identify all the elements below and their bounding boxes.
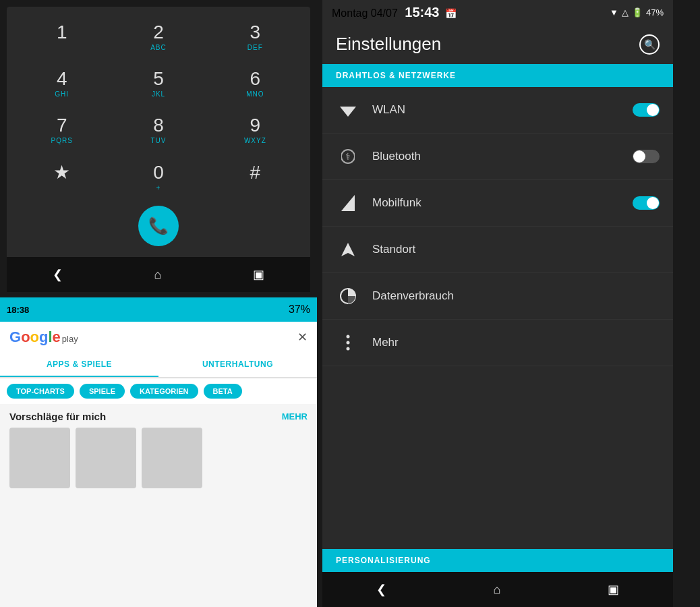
bluetooth-toggle[interactable] bbox=[633, 150, 660, 163]
search-button[interactable]: 🔍 bbox=[639, 34, 660, 55]
gplay-header: Google play ✕ bbox=[0, 322, 317, 353]
datenverbrauch-icon bbox=[336, 284, 360, 308]
dial-letters: PQRS bbox=[51, 137, 72, 145]
settings-item-datenverbrauch[interactable]: Datenverbrauch bbox=[322, 273, 673, 320]
dial-key-6[interactable]: 7PQRS bbox=[13, 107, 110, 153]
logo-o2: o bbox=[30, 328, 39, 346]
mehr-icon bbox=[336, 330, 360, 355]
dial-digit: 8 bbox=[153, 115, 164, 136]
app-thumb-1[interactable] bbox=[9, 428, 70, 488]
dial-digit: 5 bbox=[153, 68, 164, 90]
standort-icon bbox=[336, 237, 360, 262]
svg-text:⚕: ⚕ bbox=[345, 152, 351, 162]
statusbar-time: 15:43 bbox=[405, 5, 439, 20]
dial-letters: + bbox=[156, 184, 161, 192]
settings-item-standort[interactable]: Standort bbox=[322, 227, 673, 273]
dial-digit: 3 bbox=[250, 22, 261, 43]
settings-home-icon[interactable]: ⌂ bbox=[494, 583, 501, 597]
settings-back-icon[interactable]: ❮ bbox=[376, 582, 386, 597]
mobilfunk-toggle[interactable] bbox=[633, 196, 660, 210]
recent-nav-icon[interactable]: ▣ bbox=[253, 267, 264, 282]
settings-item-mehr[interactable]: Mehr bbox=[322, 320, 673, 366]
dial-digit: # bbox=[250, 162, 261, 183]
gplay-tabs: APPS & SPIELE UNTERHALTUNG bbox=[0, 353, 317, 378]
gplay-close-button[interactable]: ✕ bbox=[297, 330, 308, 345]
gplay-time: 18:38 bbox=[7, 305, 29, 315]
logo-play: play bbox=[62, 334, 78, 344]
call-button[interactable]: 📞 bbox=[138, 206, 179, 246]
dial-key-4[interactable]: 5JKL bbox=[110, 60, 206, 107]
logo-g2: g bbox=[39, 328, 48, 346]
dial-key-10[interactable]: 0+ bbox=[110, 153, 206, 200]
gplay-chip-spiele[interactable]: SPIELE bbox=[80, 384, 125, 399]
settings-item-mobilfunk[interactable]: Mobilfunk bbox=[322, 180, 673, 227]
settings-statusbar: Montag 04/07 15:43 📅 ▼ △ 🔋 47% bbox=[322, 0, 673, 24]
dial-digit: 4 bbox=[57, 68, 67, 90]
svg-point-7 bbox=[347, 341, 350, 345]
back-nav-icon[interactable]: ❮ bbox=[53, 267, 63, 282]
dial-key-3[interactable]: 4GHI bbox=[13, 60, 110, 107]
svg-marker-3 bbox=[341, 195, 355, 211]
dial-digit: 9 bbox=[250, 115, 261, 136]
dial-key-7[interactable]: 8TUV bbox=[110, 107, 206, 153]
dial-letters: MNO bbox=[246, 90, 264, 98]
mehr-label: Mehr bbox=[372, 336, 660, 349]
gplay-statusbar: 18:38 37% bbox=[0, 297, 317, 322]
search-icon: 🔍 bbox=[644, 39, 655, 50]
gplay-chip-beta[interactable]: BETA bbox=[204, 384, 242, 399]
gplay-mehr-link[interactable]: MEHR bbox=[282, 411, 308, 422]
home-nav-icon[interactable]: ⌂ bbox=[154, 268, 162, 282]
settings-panel: Montag 04/07 15:43 📅 ▼ △ 🔋 47% Einstellu… bbox=[322, 0, 673, 607]
settings-list: WLAN ⚕ Bluetooth Mobilfunk bbox=[322, 87, 673, 549]
svg-marker-0 bbox=[340, 107, 356, 117]
svg-point-8 bbox=[347, 347, 350, 351]
gplay-section-title: Vorschläge für mich bbox=[9, 411, 106, 422]
battery-percent: 47% bbox=[646, 7, 664, 18]
gplay-app-row bbox=[9, 428, 308, 488]
dial-key-1[interactable]: 2ABC bbox=[110, 13, 206, 60]
settings-recent-icon[interactable]: ▣ bbox=[608, 582, 619, 597]
settings-item-bluetooth[interactable]: ⚕ Bluetooth bbox=[322, 134, 673, 180]
gplay-section: Vorschläge für mich MEHR bbox=[0, 404, 317, 607]
dial-digit: 7 bbox=[57, 115, 67, 136]
signal-strength-icon: ▼ bbox=[610, 7, 618, 18]
settings-bottom-bar: ❮ ⌂ ▣ bbox=[322, 572, 673, 607]
statusbar-right: ▼ △ 🔋 47% bbox=[610, 7, 664, 18]
mobilfunk-label: Mobilfunk bbox=[372, 196, 633, 210]
tab-apps-spiele[interactable]: APPS & SPIELE bbox=[0, 353, 158, 377]
google-play-card: 18:38 37% Google play ✕ APPS & SPIELE UN… bbox=[0, 297, 317, 607]
dialer-bottom-bar: ❮ ⌂ ▣ bbox=[7, 257, 310, 292]
lte-icon: △ bbox=[622, 7, 629, 18]
dial-key-8[interactable]: 9WXYZ bbox=[207, 107, 303, 153]
dial-letters: GHI bbox=[55, 90, 69, 98]
dial-key-5[interactable]: 6MNO bbox=[207, 60, 303, 107]
svg-point-6 bbox=[347, 335, 350, 339]
logo-o1: o bbox=[21, 328, 30, 346]
gplay-chip-kategorien[interactable]: KATEGORIEN bbox=[130, 384, 198, 399]
dial-key-11[interactable]: # bbox=[207, 153, 303, 200]
dial-letters: JKL bbox=[152, 90, 165, 98]
left-panel: 12ABC3DEF4GHI5JKL6MNO7PQRS8TUV9WXYZ★0+# … bbox=[0, 0, 317, 607]
dial-key-2[interactable]: 3DEF bbox=[207, 13, 303, 60]
google-logo: Google play bbox=[9, 328, 78, 346]
section-header-wireless: DRAHTLOS & NETZWERKE bbox=[322, 64, 673, 87]
settings-header: Einstellungen 🔍 bbox=[322, 24, 673, 64]
phone-dialer: 12ABC3DEF4GHI5JKL6MNO7PQRS8TUV9WXYZ★0+# … bbox=[7, 7, 310, 292]
dial-letters: TUV bbox=[150, 137, 166, 145]
calendar-icon: 📅 bbox=[445, 8, 457, 19]
statusbar-date-time: Montag 04/07 15:43 📅 bbox=[332, 5, 457, 20]
svg-marker-4 bbox=[341, 243, 355, 256]
datenverbrauch-label: Datenverbrauch bbox=[372, 289, 660, 303]
wlan-toggle[interactable] bbox=[633, 103, 660, 117]
app-thumb-3[interactable] bbox=[142, 428, 202, 488]
wlan-icon bbox=[336, 98, 360, 122]
dial-key-0[interactable]: 1 bbox=[13, 13, 110, 60]
app-thumb-2[interactable] bbox=[76, 428, 136, 488]
dial-digit: 1 bbox=[57, 22, 67, 43]
dial-digit: 0 bbox=[153, 162, 164, 183]
tab-unterhaltung[interactable]: UNTERHALTUNG bbox=[158, 353, 317, 377]
dial-key-9[interactable]: ★ bbox=[13, 153, 110, 200]
gplay-chip-top-charts[interactable]: TOP-CHARTS bbox=[7, 384, 74, 399]
gplay-battery: 37% bbox=[289, 304, 310, 316]
settings-item-wlan[interactable]: WLAN bbox=[322, 87, 673, 134]
